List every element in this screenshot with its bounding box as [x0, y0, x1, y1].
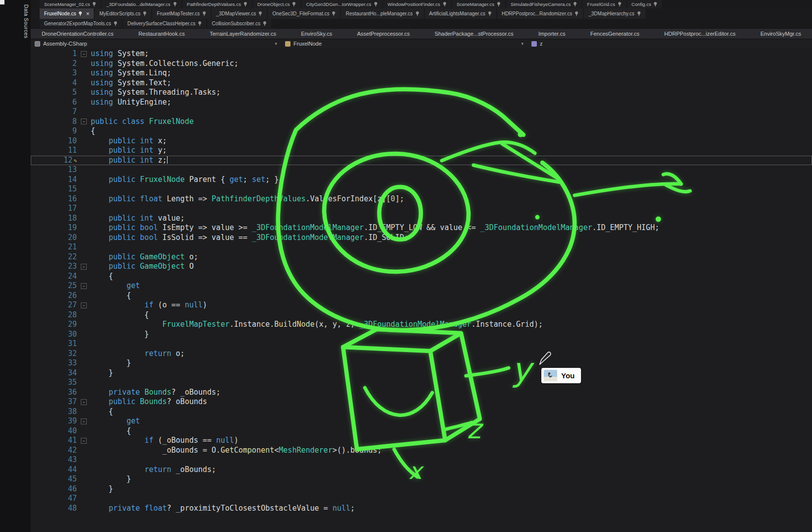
code-line[interactable]: 10 public int x; [31, 136, 812, 146]
editor-tab[interactable]: CityGen3DGen...torWrapper.cs [301, 0, 382, 8]
pin-icon[interactable] [573, 2, 577, 7]
fold-collapse-icon[interactable]: - [77, 49, 91, 59]
pin-icon[interactable] [332, 11, 336, 16]
code-line[interactable]: 43 [31, 455, 812, 465]
code-line[interactable]: 27- if (o == null) [31, 300, 812, 310]
code-line[interactable]: 5using System.Threading.Tasks; [31, 88, 812, 98]
code-line[interactable]: 16 public float Length => PathfinderDept… [31, 194, 812, 204]
editor-tab[interactable]: AssetPreprocessor.cs [357, 31, 409, 37]
editor-tab[interactable]: _3DMapHierarchy.cs [584, 8, 645, 19]
editor-tab[interactable]: CollisionSubscriber.cs [207, 19, 271, 28]
editor-tab[interactable]: RestaurantHook.cs [138, 31, 185, 37]
code-line[interactable]: 1-using System; [31, 49, 812, 59]
code-line[interactable]: 32 return o; [31, 349, 812, 359]
close-icon[interactable]: × [86, 11, 89, 17]
code-line[interactable]: 24 { [31, 272, 812, 282]
code-line[interactable]: 30 } [31, 330, 812, 340]
code-line[interactable]: 39- get [31, 416, 812, 426]
code-line[interactable]: 7 [31, 107, 812, 117]
code-line[interactable]: 11 public int y; [31, 146, 812, 156]
pin-icon[interactable] [198, 21, 202, 26]
code-line[interactable]: 37- public Bounds? oBounds [31, 397, 812, 407]
data-sources-side-tab[interactable]: Data Sources [23, 4, 29, 38]
pin-icon[interactable] [637, 11, 641, 16]
fold-collapse-icon[interactable]: - [77, 117, 91, 127]
code-line[interactable]: 38 { [31, 407, 812, 417]
type-dropdown[interactable]: FruxelNode ▾ [281, 39, 527, 48]
code-line[interactable]: 21 [31, 242, 812, 252]
code-line[interactable]: 6using UnityEngine; [31, 98, 812, 108]
pin-icon[interactable] [292, 2, 296, 7]
pin-icon[interactable] [173, 2, 177, 7]
editor-tab[interactable]: SceneManager.cs [452, 0, 505, 8]
pin-icon[interactable] [374, 2, 378, 7]
fold-collapse-icon[interactable]: - [77, 262, 91, 272]
code-line[interactable]: 25- get [31, 281, 812, 291]
code-line[interactable]: 15 [31, 184, 812, 194]
editor-tab[interactable]: TerrainLayerRandomizer.cs [210, 31, 276, 37]
code-line[interactable]: 26 { [31, 291, 812, 301]
fold-collapse-icon[interactable]: - [77, 300, 91, 310]
fold-collapse-icon[interactable]: - [77, 436, 91, 446]
code-line[interactable]: 3using System.Linq; [31, 68, 812, 78]
editor-tab[interactable]: DeliverySurfaceClassHelper.cs [123, 19, 206, 28]
editor-tab[interactable]: MyEditorScripts.cs [95, 8, 151, 19]
editor-tab[interactable]: _3DFoundatio...delManager.cs [102, 0, 181, 8]
code-line[interactable]: 46 } [31, 484, 812, 494]
fold-collapse-icon[interactable]: - [77, 416, 91, 426]
code-line[interactable]: 19 public bool IsEmpty => value >= _3DFo… [31, 223, 812, 233]
code-line[interactable]: 22 public GameObject o; [31, 252, 812, 262]
editor-tab[interactable]: _3DMapViewer.cs [212, 8, 267, 19]
pin-icon[interactable] [575, 11, 579, 16]
code-line[interactable]: 20 public bool IsSolid => value == _3DFo… [31, 233, 812, 243]
code-line[interactable]: 34 } [31, 368, 812, 378]
code-line[interactable]: 14 public FruxelNode Parent { get; set; … [31, 175, 812, 185]
code-line[interactable]: 13 [31, 165, 812, 175]
pin-icon[interactable] [202, 11, 206, 16]
editor-tab[interactable]: EnviroSkyMgr.cs [760, 31, 801, 37]
pin-icon[interactable] [653, 2, 657, 7]
pin-icon[interactable] [443, 2, 447, 7]
code-line[interactable]: 36 private Bounds? _oBounds; [31, 388, 812, 398]
editor-tab[interactable]: Config.cs [627, 0, 662, 8]
code-line[interactable]: 2using System.Collections.Generic; [31, 59, 812, 69]
code-line[interactable]: 28 { [31, 310, 812, 320]
editor-tab[interactable]: FruxelMapTester.cs [152, 8, 211, 19]
code-line[interactable]: 47 [31, 494, 812, 504]
pin-icon[interactable] [243, 2, 247, 7]
editor-tab[interactable]: DroneOrientationController.cs [42, 31, 114, 37]
pin-icon[interactable] [488, 11, 492, 16]
editor-tab[interactable]: PathfinderDepthValues.cs [182, 0, 252, 8]
code-line[interactable]: 17 [31, 204, 812, 214]
editor-tab[interactable]: OneSec3D_FileFormat.cs [268, 8, 340, 19]
code-line[interactable]: 41- if (_oBounds == null) [31, 436, 812, 446]
editor-tab[interactable]: DroneObject.cs [253, 0, 300, 8]
code-line[interactable]: 8-public class FruxelNode [31, 117, 812, 127]
pin-icon[interactable] [497, 2, 501, 7]
code-line[interactable]: 42 _oBounds = O.GetComponent<MeshRendere… [31, 446, 812, 456]
pin-icon[interactable] [415, 11, 419, 16]
code-line[interactable]: 4using System.Text; [31, 78, 812, 88]
editor-tab[interactable]: ArtificialLightsManager.cs [425, 8, 496, 19]
pin-icon[interactable] [143, 11, 147, 16]
editor-tab[interactable]: SceneManager_02.cs [40, 0, 101, 8]
code-line[interactable]: 18 public int value; [31, 214, 812, 224]
editor-tab[interactable]: FencesGenerator.cs [590, 31, 639, 37]
code-line[interactable]: 23- public GameObject O [31, 262, 812, 272]
project-dropdown[interactable]: Assembly-CSharp ▾ [31, 39, 281, 48]
member-dropdown[interactable]: z [527, 39, 812, 48]
code-line[interactable]: 40 { [31, 426, 812, 436]
pin-icon[interactable] [258, 11, 262, 16]
code-editor[interactable]: 1-using System;2using System.Collections… [31, 48, 812, 532]
editor-tab[interactable]: WindowPositionFinder.cs [383, 0, 451, 8]
editor-tab[interactable]: Generator2ExportMapTools.cs [40, 19, 122, 28]
pin-icon[interactable] [263, 21, 267, 26]
code-line[interactable]: 29 FruxelMapTester.Instance.BuildNode(x,… [31, 320, 812, 330]
editor-tab[interactable]: HDRPPostproc...izerEditor.cs [664, 31, 736, 37]
pin-icon[interactable] [114, 21, 117, 26]
editor-tab[interactable]: SimulatedFisheyeCamera.cs [506, 0, 581, 8]
editor-tab[interactable]: RestaurantHo...pleManager.cs [341, 8, 423, 19]
editor-tab[interactable]: FruxelNode.cs× [40, 8, 94, 19]
fold-collapse-icon[interactable]: - [77, 397, 91, 407]
code-line[interactable]: 12✎ public int z; [31, 156, 812, 166]
